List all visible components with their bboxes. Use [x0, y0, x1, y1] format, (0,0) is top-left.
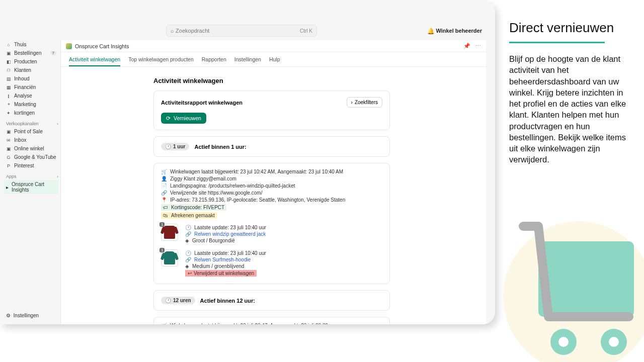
online-store-icon: ▣ [6, 146, 11, 151]
channel-online[interactable]: ▣Online winkel [4, 144, 58, 153]
more-icon[interactable]: ⋯ [475, 43, 481, 49]
section-12hour: 🕐12 uren Actief binnen 12 uur: [153, 290, 390, 311]
svg-point-5 [609, 337, 619, 347]
product-link[interactable]: Relwen Surfmesh-hoodie [194, 257, 251, 262]
app-icon: ▸ [6, 185, 9, 190]
analytics-icon: ⫿ [6, 94, 11, 99]
nav-orders[interactable]: ▣Bestellingen7 [4, 49, 58, 57]
jacket-icon [164, 226, 175, 239]
chevron-right-icon: › [57, 122, 58, 126]
activity-card-2: 🛒Winkelwagen laatst bijgewerkt: 23 juli … [153, 317, 390, 324]
app-onspruce[interactable]: ▸Onspruce Cart Insights [4, 180, 58, 194]
product-thumb[interactable]: 1 [161, 224, 178, 241]
hoodie-icon [164, 251, 175, 264]
channel-pinterest[interactable]: PPinterest [4, 161, 58, 170]
section-heading: Actief binnen 1 uur: [194, 144, 246, 150]
marketing-title: Direct vernieuwen [509, 20, 630, 36]
nav-marketing[interactable]: ⌖Marketing [4, 100, 58, 109]
svg-point-2 [550, 329, 577, 355]
search-icon: ⌕ [171, 28, 174, 34]
variant-icon: ◈ [185, 238, 189, 243]
cart-icon: 🛒 [161, 169, 167, 174]
tab-reports[interactable]: Rapporten [202, 56, 226, 66]
svg-point-0 [503, 221, 644, 362]
search-shortcut: Ctrl K [300, 28, 312, 34]
title-underline [509, 42, 605, 43]
checkout-icon: 🛍 [163, 213, 169, 218]
products-icon: ◧ [6, 59, 11, 64]
marketing-panel: Direct vernieuwen Blijf op de hoogte van… [495, 0, 644, 362]
channel-inbox[interactable]: ✉Inbox [4, 136, 58, 144]
search-input[interactable]: ⌕ Zoekopdracht Ctrl K [166, 25, 317, 37]
discount-badge: 🏷Kortingscode: FIVEPCT [161, 204, 226, 211]
tag-icon: 🏷 [163, 205, 169, 210]
pos-icon: ▣ [6, 129, 11, 134]
section-apps: Apps› [6, 174, 58, 179]
page-icon: 📄 [161, 183, 167, 189]
refresh-icon: ⟳ [166, 115, 171, 121]
activity-card-1: 🛒Winkelwagen laatst bijgewerkt: 23 jul 1… [153, 163, 390, 284]
customers-icon: ⚇ [6, 68, 11, 73]
admin-label[interactable]: Winkel beheerder [436, 28, 482, 34]
orders-badge: 7 [50, 51, 56, 55]
clock-icon: 🕐 [165, 144, 171, 149]
product-link[interactable]: Relwen windzip gewatteerd jack [194, 231, 266, 237]
report-title: Activiteitsrapport winkelwagen [161, 100, 243, 106]
channel-pos[interactable]: ▣Point of Sale [4, 127, 58, 136]
nav-products[interactable]: ◧Producten [4, 57, 58, 66]
filters-button[interactable]: › Zoekfilters [347, 97, 382, 108]
finance-icon: ▦ [6, 85, 11, 90]
refresh-button[interactable]: ⟳ Vernieuwen [161, 113, 206, 124]
location-icon: 📍 [161, 197, 167, 203]
gear-icon: ⚙ [6, 313, 11, 318]
google-icon: G [6, 155, 11, 160]
nav-analytics[interactable]: ⫿Analyse [4, 92, 58, 100]
channel-google[interactable]: GGoogle & YouTube [4, 153, 58, 161]
inbox-icon: ✉ [6, 138, 11, 143]
removed-badge: ↩Verwijderd uit winkelwagen [185, 270, 257, 277]
nav-customers[interactable]: ⚇Klanten [4, 66, 58, 74]
clock-icon: 🕐 [185, 225, 191, 230]
svg-rect-1 [538, 241, 634, 317]
app-title: Onspruce Cart Insights [75, 43, 129, 49]
svg-point-4 [601, 329, 627, 355]
notifications-icon[interactable]: 🔔 [427, 28, 435, 35]
sidebar: ⌂Thuis ▣Bestellingen7 ◧Producten ⚇Klante… [4, 40, 58, 194]
marketing-body: Blijf op de hoogte van de klant activite… [509, 53, 630, 165]
nav-settings[interactable]: ⚙ Instellingen [6, 313, 39, 318]
time-pill-12h: 🕐12 uren [161, 297, 195, 304]
chevron-right-icon: › [57, 174, 58, 179]
user-icon: 👤 [161, 176, 167, 182]
tab-top-products[interactable]: Top winkelwagen producten [128, 56, 194, 66]
pin-icon[interactable]: 📌 [463, 43, 470, 49]
link-icon: 🔗 [185, 231, 191, 237]
nav-finance[interactable]: ▦Financiën [4, 83, 58, 92]
main-content: Onspruce Cart Insights 📌 ⋯ Activiteit wi… [60, 40, 486, 324]
link-icon: 🔗 [185, 257, 191, 262]
nav-content[interactable]: ▤Inhoud [4, 74, 58, 83]
product-thumb[interactable]: 1 [161, 249, 178, 266]
page-title: Activiteit winkelwagen [153, 77, 474, 84]
tab-settings[interactable]: Instellingen [234, 56, 261, 66]
product-row: 1 🕐Laatste update: 23 juli 10:40 uur 🔗Re… [161, 224, 382, 244]
link-icon: 🔗 [161, 190, 167, 196]
tab-activity[interactable]: Activiteit winkelwagen [69, 56, 120, 66]
tabs: Activiteit winkelwagen Top winkelwagen p… [61, 52, 486, 67]
content-icon: ▤ [6, 76, 11, 81]
nav-discounts[interactable]: ✦kortingen [4, 109, 58, 117]
clock-icon: 🕐 [185, 250, 191, 256]
home-icon: ⌂ [6, 42, 11, 47]
section-channels: Verkoopkanalen› [6, 121, 58, 126]
tab-help[interactable]: Hulp [269, 56, 280, 66]
clock-icon: 🕐 [165, 298, 171, 303]
chevron-right-icon: › [351, 100, 353, 105]
pinterest-icon: P [6, 163, 11, 168]
nav-home[interactable]: ⌂Thuis [4, 40, 58, 49]
app-panel: ⌕ Zoekopdracht Ctrl K 🔔 Winkel beheerder… [0, 0, 495, 324]
app-logo-icon [66, 43, 72, 49]
report-card: Activiteitsrapport winkelwagen › Zoekfil… [153, 90, 390, 130]
product-row: 1 🕐Laatste update: 23 juli 10:40 uur 🔗Re… [161, 249, 382, 278]
marketing-icon: ⌖ [6, 102, 11, 107]
cart-icon: 🛒 [161, 323, 167, 324]
cart-illustration [493, 181, 644, 362]
